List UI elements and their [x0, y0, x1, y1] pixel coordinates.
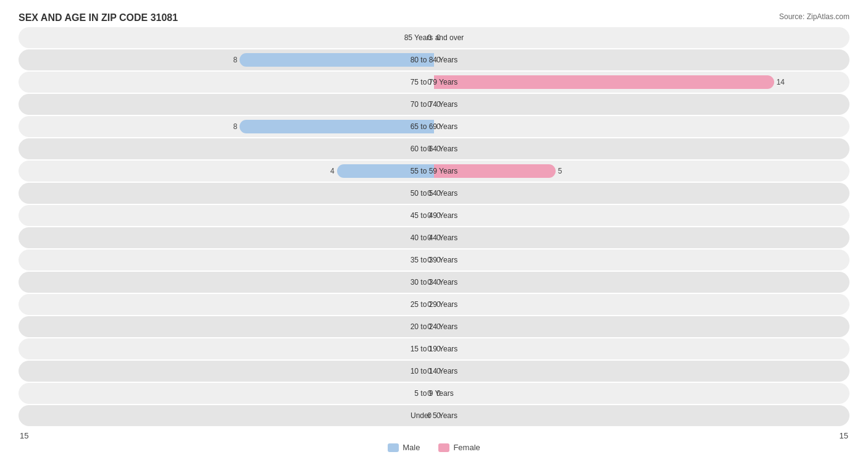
- bar-row: 80 to 84 Years80: [19, 49, 849, 70]
- bar-row: 30 to 34 Years00: [19, 272, 849, 293]
- axis-right: 15: [840, 431, 848, 440]
- bar-row: 60 to 64 Years00: [19, 138, 849, 159]
- age-label: 55 to 59 Years: [385, 167, 483, 175]
- bar-row: 25 to 29 Years00: [19, 294, 849, 315]
- bar-row: 85 Years and over00: [19, 27, 849, 48]
- age-label: 65 to 69 Years: [385, 122, 483, 131]
- bar-row: 35 to 39 Years00: [19, 249, 849, 270]
- age-label: 80 to 84 Years: [385, 56, 483, 64]
- chart-rows: 85 Years and over0080 to 84 Years8075 to…: [19, 27, 849, 426]
- female-value: 14: [777, 78, 785, 86]
- bar-row: 20 to 24 Years00: [19, 316, 849, 337]
- age-label: 35 to 39 Years: [385, 256, 483, 264]
- age-label: 45 to 49 Years: [385, 211, 483, 220]
- age-label: 30 to 34 Years: [385, 278, 483, 287]
- male-value: 8: [233, 56, 238, 64]
- axis-left: 15: [20, 431, 28, 440]
- age-label: 50 to 54 Years: [385, 189, 483, 198]
- age-label: 40 to 44 Years: [385, 233, 483, 242]
- source-label: Source: ZipAtlas.com: [779, 12, 849, 21]
- age-label: 60 to 64 Years: [385, 145, 483, 153]
- legend-female: Female: [438, 443, 480, 452]
- age-label: 85 Years and over: [385, 33, 483, 42]
- bar-row: 75 to 79 Years014: [19, 72, 849, 93]
- male-value: 4: [330, 167, 335, 175]
- bar-row: 65 to 69 Years80: [19, 116, 849, 137]
- bar-row: 40 to 44 Years00: [19, 227, 849, 248]
- age-label: 10 to 14 Years: [385, 367, 483, 375]
- male-swatch: [388, 443, 399, 452]
- bar-row: 15 to 19 Years00: [19, 338, 849, 359]
- age-label: 20 to 24 Years: [385, 322, 483, 331]
- age-label: 5 to 9 Years: [385, 389, 483, 398]
- chart-title: SEX AND AGE IN ZIP CODE 31081: [19, 12, 849, 23]
- bar-row: 10 to 14 Years00: [19, 361, 849, 382]
- bar-row: 55 to 59 Years45: [19, 161, 849, 182]
- bar-row: 45 to 49 Years00: [19, 205, 849, 226]
- age-label: 25 to 29 Years: [385, 300, 483, 309]
- bar-row: Under 5 Years00: [19, 405, 849, 426]
- bar-row: 5 to 9 Years00: [19, 383, 849, 404]
- chart-container: SEX AND AGE IN ZIP CODE 31081 Source: Zi…: [0, 0, 868, 457]
- legend: Male Female: [19, 443, 849, 452]
- female-label: Female: [453, 443, 480, 452]
- female-swatch: [438, 443, 449, 452]
- age-label: 75 to 79 Years: [385, 78, 483, 86]
- age-label: 70 to 74 Years: [385, 100, 483, 109]
- axis-labels: 15 15: [19, 431, 849, 440]
- male-value: 8: [233, 122, 238, 131]
- female-bar: [434, 75, 774, 89]
- bar-row: 50 to 54 Years00: [19, 183, 849, 204]
- male-label: Male: [403, 443, 420, 452]
- bar-row: 70 to 74 Years00: [19, 94, 849, 115]
- age-label: Under 5 Years: [385, 411, 483, 420]
- age-label: 15 to 19 Years: [385, 345, 483, 353]
- female-value: 5: [558, 167, 562, 175]
- legend-male: Male: [388, 443, 420, 452]
